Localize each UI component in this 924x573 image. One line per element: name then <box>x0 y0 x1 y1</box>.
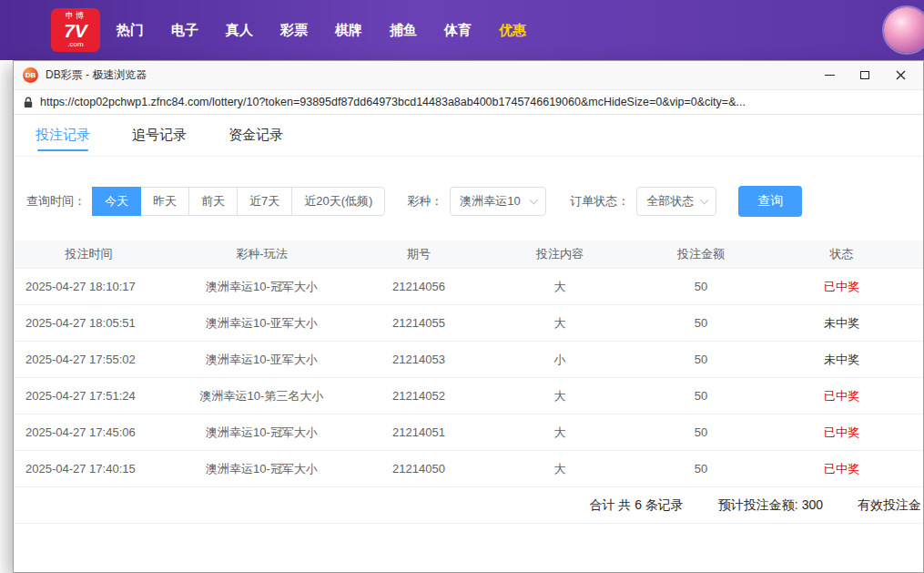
cell-bet-amount: 50 <box>642 389 760 403</box>
summary-row: 合计 共 6 条记录 预计投注金额: 300 有效投注金 <box>14 487 923 524</box>
search-button[interactable]: 查询 <box>738 186 802 217</box>
close-button[interactable] <box>894 69 907 82</box>
cell-bet-time: 2025-04-27 17:51:24 <box>14 389 164 403</box>
summary-item: 合计 共 6 条记录 <box>589 497 683 514</box>
nav-item[interactable]: 热门 <box>117 22 144 39</box>
table-body: 2025-04-27 18:10:17 澳洲幸运10-冠军大小 21214056… <box>14 269 923 487</box>
cell-issue-number: 21214056 <box>360 280 478 293</box>
cell-game-play: 澳洲幸运10-第三名大小 <box>164 388 360 404</box>
cell-status: 已中奖 <box>760 425 923 441</box>
cell-bet-amount: 50 <box>642 425 760 439</box>
browser-favicon-icon: DB <box>23 67 38 83</box>
table-row[interactable]: 2025-04-27 17:55:02 澳洲幸运10-亚军大小 21214053… <box>14 342 923 378</box>
record-tabs: 投注记录 追号记录 资金记录 <box>14 115 923 157</box>
summary-item: 预计投注金额: 300 <box>718 497 823 514</box>
logo-text-main: 7V <box>64 21 87 41</box>
cell-status: 已中奖 <box>760 461 923 477</box>
lottery-record-page: 投注记录 追号记录 资金记录 查询时间： 今天 昨天 前天 近7天 近20天(低… <box>14 115 923 524</box>
nav-item[interactable]: 彩票 <box>280 22 308 39</box>
cell-issue-number: 21214055 <box>360 316 478 330</box>
cell-bet-time: 2025-04-27 18:05:51 <box>14 316 164 330</box>
nav-item[interactable]: 捕鱼 <box>390 22 417 39</box>
minimize-button[interactable] <box>823 69 836 82</box>
summary-item: 有效投注金 <box>858 497 921 514</box>
cell-bet-amount: 50 <box>642 280 760 293</box>
cell-game-play: 澳洲幸运10-亚军大小 <box>164 315 360 332</box>
cell-issue-number: 21214050 <box>360 462 478 476</box>
user-avatar[interactable] <box>884 7 924 53</box>
column-header: 期号 <box>360 246 478 262</box>
site-header: 申博 7V .com 热门 电子 真人 彩票 棋牌 捕鱼 体育 优惠 <box>0 0 924 60</box>
tab[interactable]: 资金记录 <box>228 115 283 156</box>
column-header: 投注内容 <box>478 246 642 262</box>
cell-issue-number: 21214053 <box>360 353 478 366</box>
table-row[interactable]: 2025-04-27 17:40:15 澳洲幸运10-冠军大小 21214050… <box>14 451 923 487</box>
table-row[interactable]: 2025-04-27 18:05:51 澳洲幸运10-亚军大小 21214055… <box>14 305 923 342</box>
cell-bet-content: 大 <box>478 315 642 332</box>
column-header: 投注金额 <box>642 246 760 262</box>
time-filter-button[interactable]: 近7天 <box>237 187 292 216</box>
cell-bet-content: 大 <box>478 279 642 295</box>
cell-status: 未中奖 <box>760 315 923 332</box>
table-row[interactable]: 2025-04-27 17:45:06 澳洲幸运10-冠军大小 21214051… <box>14 414 923 451</box>
cell-bet-amount: 50 <box>642 353 760 366</box>
browser-addressbar[interactable]: https://ctop02pchwp1.zfnc84.com/lottery/… <box>14 89 923 115</box>
favicon-text: DB <box>25 71 36 79</box>
cell-issue-number: 21214052 <box>360 389 478 403</box>
cell-bet-time: 2025-04-27 17:55:02 <box>14 353 164 366</box>
table-row[interactable]: 2025-04-27 18:10:17 澳洲幸运10-冠军大小 21214056… <box>14 269 923 305</box>
cell-bet-time: 2025-04-27 17:45:06 <box>14 425 164 439</box>
chevron-down-icon <box>530 196 539 205</box>
time-filter-button[interactable]: 近20天(低频) <box>291 187 385 216</box>
cell-bet-amount: 50 <box>642 462 760 476</box>
cell-game-play: 澳洲幸运10-冠军大小 <box>164 279 360 295</box>
lottery-select[interactable]: 澳洲幸运10 <box>450 187 546 216</box>
status-select[interactable]: 全部状态 <box>636 187 716 216</box>
nav-item[interactable]: 真人 <box>226 22 253 39</box>
nav-item[interactable]: 优惠 <box>499 22 526 39</box>
column-header: 投注时间 <box>14 246 164 262</box>
status-select-value: 全部状态 <box>646 193 694 210</box>
nav-item[interactable]: 体育 <box>444 22 472 39</box>
cell-bet-content: 大 <box>478 425 642 441</box>
time-filter-group: 今天 昨天 前天 近7天 近20天(低频) <box>93 187 385 216</box>
cell-status: 已中奖 <box>760 279 923 295</box>
maximize-button[interactable] <box>858 69 871 82</box>
lottery-filter-label: 彩种： <box>407 193 442 210</box>
cell-bet-content: 小 <box>478 352 642 368</box>
table-row[interactable]: 2025-04-27 17:51:24 澳洲幸运10-第三名大小 2121405… <box>14 378 923 414</box>
time-filter-button[interactable]: 今天 <box>92 187 141 216</box>
filter-bar: 查询时间： 今天 昨天 前天 近7天 近20天(低频) 彩种： 澳洲幸运10 <box>14 157 923 240</box>
cell-bet-amount: 50 <box>642 316 760 330</box>
cell-status: 已中奖 <box>760 388 923 404</box>
minimize-icon <box>825 75 835 76</box>
nav-item[interactable]: 棋牌 <box>335 22 362 39</box>
cell-bet-time: 2025-04-27 17:40:15 <box>14 462 164 476</box>
maximize-icon <box>860 71 869 79</box>
url-text[interactable]: https://ctop02pchwp1.zfnc84.com/lottery/… <box>40 96 746 108</box>
bet-record-table: 投注时间 彩种-玩法 期号 投注内容 投注金额 状态 2025-04-27 18… <box>14 240 923 524</box>
time-filter-label: 查询时间： <box>26 193 86 210</box>
browser-title: DB彩票 - 极速浏览器 <box>46 67 147 83</box>
logo-text-sub: .com <box>67 41 83 48</box>
nav-item[interactable]: 电子 <box>171 22 198 39</box>
cell-bet-content: 大 <box>478 461 642 477</box>
time-filter-button[interactable]: 昨天 <box>140 187 189 216</box>
cell-bet-time: 2025-04-27 18:10:17 <box>14 280 164 293</box>
cell-issue-number: 21214051 <box>360 425 478 439</box>
site-logo[interactable]: 申博 7V .com <box>51 8 100 52</box>
browser-titlebar[interactable]: DB DB彩票 - 极速浏览器 <box>14 61 923 89</box>
tab[interactable]: 投注记录 <box>36 115 90 156</box>
site-nav: 热门 电子 真人 彩票 棋牌 捕鱼 体育 优惠 <box>117 22 526 39</box>
lottery-select-value: 澳洲幸运10 <box>460 193 520 210</box>
tab[interactable]: 追号记录 <box>132 115 187 156</box>
cell-game-play: 澳洲幸运10-亚军大小 <box>164 352 360 368</box>
cell-game-play: 澳洲幸运10-冠军大小 <box>164 425 360 441</box>
browser-window: DB DB彩票 - 极速浏览器 https://ctop02pchwp1.zfn… <box>13 60 924 573</box>
window-controls <box>823 69 914 82</box>
time-filter-button[interactable]: 前天 <box>188 187 238 216</box>
cell-game-play: 澳洲幸运10-冠军大小 <box>164 461 360 477</box>
chevron-down-icon <box>700 196 709 205</box>
cell-bet-content: 大 <box>478 388 642 404</box>
lock-icon <box>24 97 33 108</box>
